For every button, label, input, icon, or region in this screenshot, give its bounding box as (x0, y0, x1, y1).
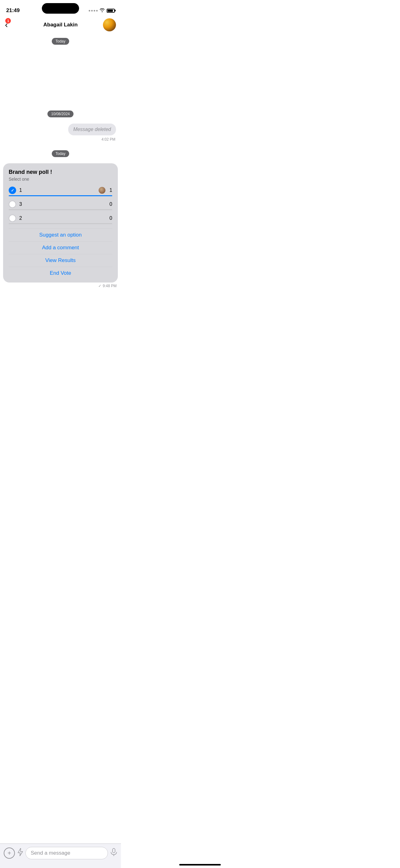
poll-option-1-votes: 1 (108, 187, 112, 193)
poll-bubble: Brand new poll ! Select one 1 1 (3, 163, 118, 282)
old-date-label: 10/08/2024 (47, 111, 73, 117)
vote-avatar-1 (99, 187, 105, 194)
status-icons (89, 8, 115, 13)
action-divider-2 (9, 241, 112, 242)
view-results-button[interactable]: View Results (9, 254, 112, 267)
date-badge-today: Today (0, 38, 121, 45)
radio-unselected-icon (9, 200, 16, 208)
action-divider-3 (9, 254, 112, 254)
poll-message-time: ✓9:48 PM (3, 282, 118, 290)
poll-subtitle: Select one (9, 177, 112, 182)
poll-option-2[interactable]: 3 0 (9, 200, 112, 210)
action-divider-1 (9, 228, 112, 229)
end-vote-button[interactable]: End Vote (9, 267, 112, 279)
date-badge-label: Today (52, 38, 69, 45)
signal-icon (89, 10, 98, 11)
status-time: 21:49 (6, 7, 20, 14)
poll-option-3-votes: 0 (108, 215, 112, 221)
poll-title: Brand new poll ! (9, 169, 112, 176)
add-comment-button[interactable]: Add a comment (9, 242, 112, 254)
poll-option-1-label: 1 (19, 187, 22, 193)
radio-unselected-icon-2 (9, 215, 16, 222)
poll-option-2-label: 3 (19, 202, 22, 207)
wifi-icon (100, 8, 105, 13)
chat-area: Today 10/08/2024 Message deleted 4:02 PM… (0, 33, 121, 323)
radio-checked-icon (9, 187, 16, 194)
poll-option-3-progress (9, 223, 112, 224)
poll-container: Brand new poll ! Select one 1 1 (0, 162, 121, 292)
nav-bar: ‹ 1 Abagail Lakin (0, 17, 121, 33)
poll-option-1[interactable]: 1 1 (9, 187, 112, 196)
poll-option-3[interactable]: 2 0 (9, 215, 112, 224)
status-bar: 21:49 (0, 0, 121, 17)
deleted-message-time: 4:02 PM (0, 136, 121, 145)
chat-title: Abagail Lakin (43, 22, 78, 28)
date-badge-old: 10/08/2024 (0, 111, 121, 117)
poll-option-1-progress (9, 195, 112, 196)
date-badge-today2: Today (0, 150, 121, 157)
deleted-message-container: Message deleted (0, 122, 121, 136)
dynamic-island (42, 3, 79, 14)
today2-label: Today (52, 150, 69, 157)
poll-option-2-progress (9, 209, 112, 210)
poll-option-2-votes: 0 (108, 202, 112, 207)
suggest-option-button[interactable]: Suggest an option (9, 229, 112, 241)
nav-left: ‹ 1 (2, 19, 10, 30)
battery-icon (107, 9, 115, 13)
deleted-message-bubble: Message deleted (68, 124, 116, 135)
action-divider-4 (9, 267, 112, 267)
avatar[interactable] (103, 18, 116, 31)
poll-option-3-label: 2 (19, 215, 22, 221)
